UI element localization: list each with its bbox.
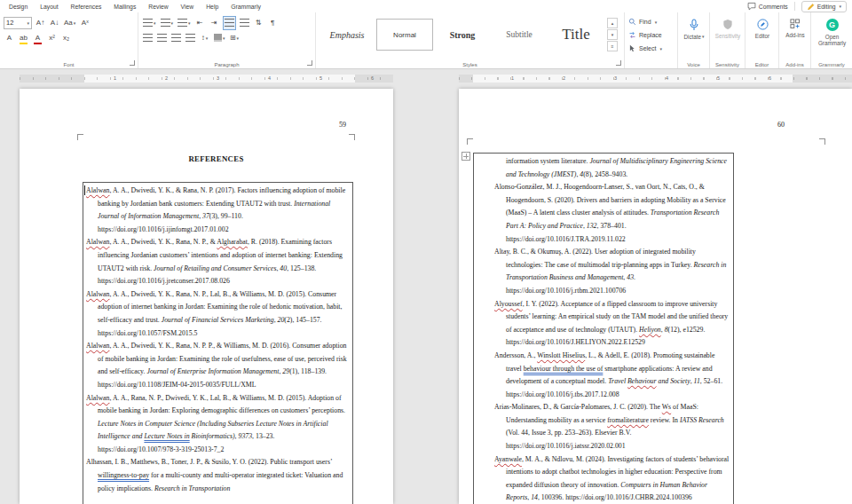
reference-text-segment: Heliyon [639,326,661,334]
styles-group-label: Styles [316,62,624,67]
document-page-59[interactable]: 59 REFERENCES Alalwan, A. A., Dwivedi, Y… [20,89,393,504]
align-center-button[interactable] [156,32,168,44]
reference-text-segment: , A. A., Rana, N. P., Dwivedi, Y. K., La… [98,394,345,415]
bullet-list-icon [143,19,153,27]
editing-mode-button[interactable]: Editing ▾ [801,1,847,12]
gallery-scroll-down-button[interactable]: ▾ [607,29,618,40]
reference-text-segment: and Society [657,377,690,385]
reference-text-segment: (8), 2458–9403. [583,170,627,178]
shading-button[interactable]: ▾ [213,32,226,44]
borders-icon: ⊞ [230,34,236,42]
menu-bar: Design Layout References Mailings Review… [0,0,852,12]
styles-gallery-scroll: ▴ ▾ ≡ [607,18,618,51]
menu-tab-grammarly[interactable]: Grammarly [231,4,261,10]
style-strong[interactable]: Strong [435,20,490,50]
style-title[interactable]: Title [548,20,604,50]
document-page-60[interactable]: 60 information system literature. Journa… [459,89,852,504]
chevron-down-icon: ▾ [74,20,76,26]
sensitivity-label: Sensitivity [715,33,740,39]
reference-text-segment: fromaliterature [607,416,649,424]
align-left-button[interactable] [142,32,154,44]
replace-button[interactable]: Replace [628,28,674,42]
references-text-frame[interactable]: Alalwan, A. A., Dwivedi, Y. K., & Rana, … [83,182,353,504]
find-button[interactable]: Find ▾ [628,15,674,28]
borders-button[interactable]: ⊞▾ [229,32,241,44]
clear-formatting-button[interactable]: Aˣ [79,17,91,29]
show-paragraph-marks-button[interactable]: ¶ [267,17,279,29]
grammarly-icon: G [826,19,839,31]
addins-group: Add-ins Add-ins [779,12,811,68]
menu-tab-layout[interactable]: Layout [40,4,58,10]
horizontal-ruler-left[interactable]: 123456 [20,75,393,83]
change-case-button[interactable]: Aa▾ [63,17,76,29]
sensitivity-button[interactable]: Sensitivity [714,15,742,39]
editor-button[interactable]: Editor [749,15,776,39]
menu-tab-references[interactable]: References [71,4,102,10]
line-spacing-button[interactable]: ↕▾ [199,32,210,44]
grammarly-group: G Open Grammarly Grammarly [811,12,852,68]
comments-label: Comments [759,4,788,10]
open-grammarly-button[interactable]: G Open Grammarly [815,15,849,46]
multilevel-list-icon [178,19,187,27]
decrease-indent-button[interactable]: ⇤ [194,17,206,29]
styles-dialog-launcher-icon[interactable] [616,60,621,66]
font-size-combobox[interactable]: 12 ▾ [4,17,32,29]
numbering-button[interactable]: ▾ [160,17,175,29]
font-color-button[interactable]: A [32,32,43,44]
subscript-button[interactable]: x₂ [60,32,72,44]
shading-bucket-icon [214,34,222,40]
editor-group: Editor Editor [746,12,779,68]
text-effects-button[interactable]: A [4,32,15,44]
style-emphasis[interactable]: Emphasis [320,20,375,50]
ruler-text-area [84,75,355,83]
reference-text-segment: 14 [531,493,538,501]
sort-button[interactable]: ⇅ [253,17,264,29]
rtl-text-direction-button[interactable] [239,17,250,29]
increase-indent-button[interactable]: ⇥ [209,17,220,29]
addins-button[interactable]: Add-ins [783,15,808,38]
justify-button[interactable] [185,32,196,44]
dictate-button[interactable]: Dictate▾ [682,15,706,40]
chevron-down-icon: ▾ [188,20,191,26]
style-label: Title [562,26,590,43]
style-normal[interactable]: Normal [376,19,433,51]
reference-text-segment: 11 [694,377,700,385]
reference-entry: Ayanwale, M. A., & Ndlovu, M. (2024). In… [494,453,731,504]
align-right-button[interactable] [170,32,182,44]
superscript-button[interactable]: x² [46,32,58,44]
microphone-icon [689,19,699,31]
gallery-scroll-up-button[interactable]: ▴ [607,18,618,28]
menu-tab-view[interactable]: View [181,4,194,10]
ltr-text-direction-button[interactable] [223,16,236,30]
grow-font-button[interactable]: A↑ [35,17,46,29]
paragraph-dialog-launcher-icon[interactable] [307,60,312,66]
sensitivity-group: Sensitivity Sensitivity [710,12,746,68]
menu-tab-mailings[interactable]: Mailings [114,4,136,10]
references-text-frame[interactable]: information system literature. Journal o… [473,153,734,504]
comments-button[interactable]: Comments [747,2,788,11]
reference-text-segment: Lecture Notes in [144,432,189,440]
reference-entry: Arias-Molinares, D., & García-Palomares,… [494,401,731,453]
styles-group: Emphasis Normal Strong Subtitle Title ▴ … [316,12,625,68]
highlight-color-button[interactable]: ab [18,32,29,44]
menu-tab-review[interactable]: Review [148,4,168,10]
reference-entry: Altay, B. C., & Okumuş, A. (2022). User … [494,246,731,297]
chevron-down-icon: ▾ [171,20,174,26]
select-label: Select [639,45,656,51]
reference-text-segment: 132 [587,222,597,230]
menu-tab-design[interactable]: Design [9,4,28,10]
gallery-more-button[interactable]: ≡ [607,41,618,51]
style-subtitle[interactable]: Subtitle [492,20,547,50]
select-button[interactable]: Select ▾ [628,42,674,55]
bullets-button[interactable]: ▾ [142,17,157,29]
shrink-font-button[interactable]: A↓ [49,17,60,29]
margin-crop-mark [819,138,825,145]
find-label: Find [639,19,651,25]
multilevel-list-button[interactable]: ▾ [177,17,192,29]
font-dialog-launcher-icon[interactable] [130,60,135,66]
table-move-handle[interactable] [462,152,470,161]
comment-bubble-icon [747,2,756,11]
font-group: 12 ▾ A↑ A↓ Aa▾ Aˣ A ab A x² x₂ Font [0,12,138,68]
menu-tab-help[interactable]: Help [206,4,218,10]
horizontal-ruler-right[interactable]: 123456 [459,75,852,83]
